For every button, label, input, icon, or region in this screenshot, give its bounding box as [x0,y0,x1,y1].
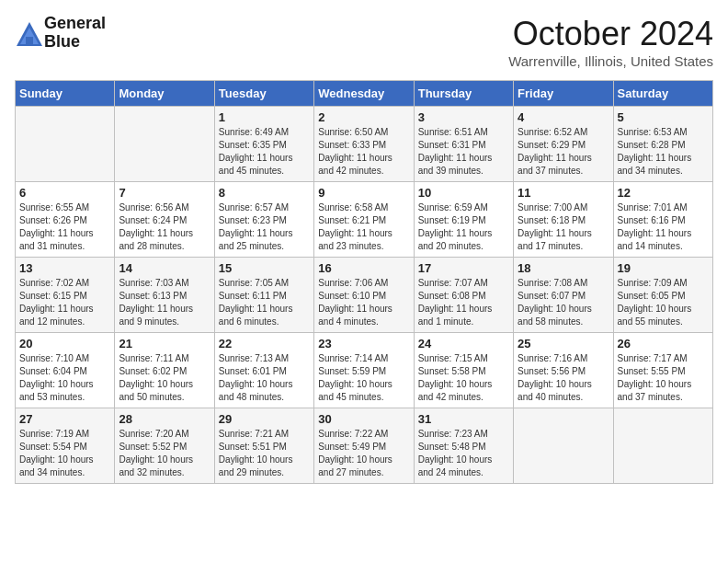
day-number: 19 [618,261,709,275]
week-row-4: 20Sunrise: 7:10 AMSunset: 6:04 PMDayligh… [16,333,713,408]
cell-info: Sunrise: 7:10 AM [19,352,110,365]
cell-info: Sunset: 6:13 PM [119,290,210,303]
cell-info: Sunset: 6:08 PM [418,290,509,303]
day-number: 25 [518,337,609,350]
day-number: 18 [518,261,609,275]
cell-info: Sunrise: 7:08 AM [518,277,609,290]
day-number: 14 [119,261,210,275]
cell-info: Daylight: 10 hours and 27 minutes. [318,454,409,479]
calendar-cell: 22Sunrise: 7:13 AMSunset: 6:01 PMDayligh… [214,333,313,408]
logo: General Blue [15,15,106,52]
cell-info: Sunset: 6:28 PM [618,139,709,152]
calendar-cell: 14Sunrise: 7:03 AMSunset: 6:13 PMDayligh… [115,258,214,333]
calendar-cell: 25Sunrise: 7:16 AMSunset: 5:56 PMDayligh… [514,333,613,408]
cell-info: Sunset: 6:05 PM [618,290,709,303]
calendar-cell: 19Sunrise: 7:09 AMSunset: 6:05 PMDayligh… [613,258,712,333]
calendar-cell: 29Sunrise: 7:21 AMSunset: 5:51 PMDayligh… [214,408,313,484]
logo-text: General Blue [44,15,106,52]
day-number: 22 [219,337,310,350]
calendar-cell [115,107,214,182]
cell-info: Daylight: 11 hours and 28 minutes. [119,227,210,253]
day-number: 26 [618,337,709,350]
cell-info: Daylight: 11 hours and 23 minutes. [318,227,409,253]
calendar-cell: 5Sunrise: 6:53 AMSunset: 6:28 PMDaylight… [613,107,712,182]
calendar-cell: 17Sunrise: 7:07 AMSunset: 6:08 PMDayligh… [414,258,513,333]
day-number: 2 [318,110,409,124]
cell-info: Sunrise: 6:59 AM [418,201,509,214]
cell-info: Daylight: 10 hours and 40 minutes. [518,378,609,404]
calendar-cell: 26Sunrise: 7:17 AMSunset: 5:55 PMDayligh… [613,333,712,408]
cell-info: Sunset: 6:26 PM [19,214,110,227]
cell-info: Sunset: 6:02 PM [119,365,210,378]
cell-info: Sunset: 6:21 PM [318,214,409,227]
cell-info: Sunrise: 7:01 AM [618,201,709,214]
calendar-cell: 4Sunrise: 6:52 AMSunset: 6:29 PMDaylight… [514,107,613,182]
cell-info: Daylight: 11 hours and 4 minutes. [318,303,409,328]
cell-info: Daylight: 10 hours and 53 minutes. [19,378,110,404]
day-number: 12 [618,186,709,200]
day-number: 7 [119,186,210,200]
cell-info: Sunrise: 7:07 AM [418,277,509,290]
cell-info: Daylight: 10 hours and 45 minutes. [318,378,409,404]
cell-info: Daylight: 11 hours and 20 minutes. [418,227,509,253]
logo-icon [15,20,40,46]
calendar-cell: 24Sunrise: 7:15 AMSunset: 5:58 PMDayligh… [414,333,513,408]
day-number: 28 [119,412,210,426]
logo-line1: General [44,15,106,33]
cell-info: Sunset: 5:59 PM [318,365,409,378]
cell-info: Sunset: 5:56 PM [518,365,609,378]
day-number: 13 [19,261,110,275]
day-number: 6 [19,186,110,200]
header-wednesday: Wednesday [314,81,414,107]
header-monday: Monday [115,81,214,107]
cell-info: Sunrise: 7:11 AM [119,352,210,365]
day-number: 10 [418,186,509,200]
day-number: 31 [418,412,509,426]
cell-info: Sunrise: 6:56 AM [119,201,210,214]
week-row-5: 27Sunrise: 7:19 AMSunset: 5:54 PMDayligh… [16,408,713,484]
day-number: 9 [318,186,409,200]
cell-info: Sunrise: 6:55 AM [19,201,110,214]
cell-info: Sunset: 6:31 PM [418,139,509,152]
cell-info: Sunrise: 7:00 AM [518,201,609,214]
cell-info: Sunset: 5:54 PM [19,441,110,454]
cell-info: Sunset: 5:52 PM [119,441,210,454]
cell-info: Sunset: 5:51 PM [219,441,310,454]
cell-info: Sunset: 6:07 PM [518,290,609,303]
cell-info: Daylight: 11 hours and 25 minutes. [219,227,310,253]
cell-info: Sunset: 6:10 PM [318,290,409,303]
calendar-cell: 12Sunrise: 7:01 AMSunset: 6:16 PMDayligh… [613,182,712,258]
cell-info: Sunset: 6:11 PM [219,290,310,303]
cell-info: Sunrise: 7:02 AM [19,277,110,290]
calendar-cell: 6Sunrise: 6:55 AMSunset: 6:26 PMDaylight… [16,182,115,258]
day-number: 30 [318,412,409,426]
cell-info: Daylight: 10 hours and 58 minutes. [518,303,609,328]
cell-info: Sunrise: 7:19 AM [19,428,110,441]
calendar-cell: 20Sunrise: 7:10 AMSunset: 6:04 PMDayligh… [16,333,115,408]
calendar-cell: 3Sunrise: 6:51 AMSunset: 6:31 PMDaylight… [414,107,513,182]
cell-info: Daylight: 11 hours and 9 minutes. [119,303,210,328]
day-number: 16 [318,261,409,275]
calendar-cell: 8Sunrise: 6:57 AMSunset: 6:23 PMDaylight… [214,182,313,258]
cell-info: Sunset: 6:04 PM [19,365,110,378]
day-number: 24 [418,337,509,350]
header-thursday: Thursday [414,81,513,107]
cell-info: Sunset: 6:24 PM [119,214,210,227]
week-row-1: 1Sunrise: 6:49 AMSunset: 6:35 PMDaylight… [16,107,713,182]
cell-info: Sunrise: 7:09 AM [618,277,709,290]
cell-info: Sunrise: 7:14 AM [318,352,409,365]
header: General Blue October 2024 Warrenville, I… [15,15,713,69]
calendar-cell: 18Sunrise: 7:08 AMSunset: 6:07 PMDayligh… [514,258,613,333]
day-number: 17 [418,261,509,275]
cell-info: Daylight: 11 hours and 1 minute. [418,303,509,328]
calendar-cell: 15Sunrise: 7:05 AMSunset: 6:11 PMDayligh… [214,258,313,333]
day-number: 5 [618,110,709,124]
cell-info: Sunrise: 7:23 AM [418,428,509,441]
cell-info: Sunrise: 7:06 AM [318,277,409,290]
cell-info: Daylight: 10 hours and 37 minutes. [618,378,709,404]
cell-info: Daylight: 11 hours and 31 minutes. [19,227,110,253]
cell-info: Sunset: 6:35 PM [219,139,310,152]
title-area: October 2024 Warrenville, Illinois, Unit… [508,15,713,69]
calendar-cell: 2Sunrise: 6:50 AMSunset: 6:33 PMDaylight… [314,107,414,182]
cell-info: Sunrise: 6:50 AM [318,126,409,139]
